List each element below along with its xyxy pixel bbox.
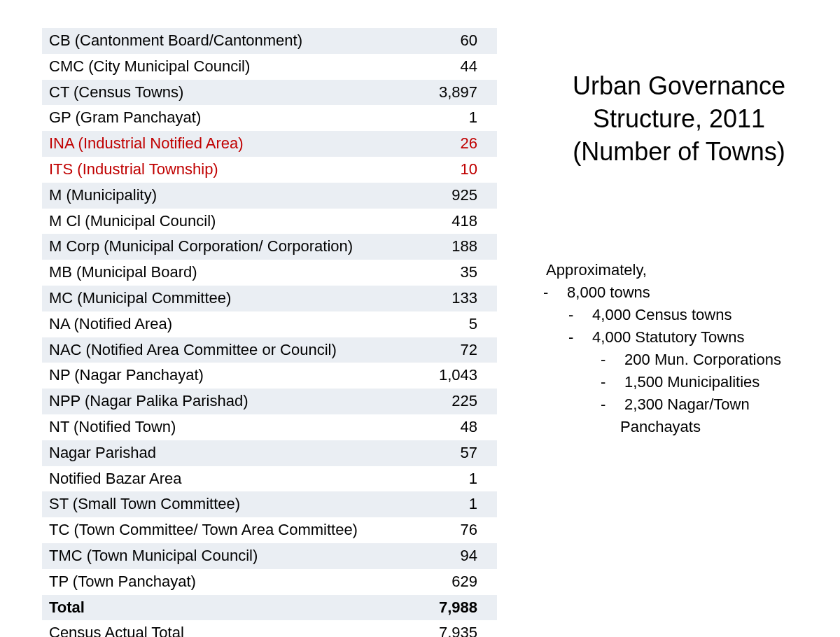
row-value: 1 bbox=[370, 491, 497, 517]
bullet-text: 2,300 Nagar/Town Panchayats bbox=[620, 396, 750, 435]
right-column: Urban Governance Structure, 2011 (Number… bbox=[546, 28, 812, 438]
bullet-dash-icon: - bbox=[610, 393, 620, 416]
row-value: 44 bbox=[370, 54, 497, 80]
total-value: 7,988 bbox=[370, 595, 497, 621]
table-row: MC (Municipal Committee)133 bbox=[42, 286, 497, 312]
table-wrap: CB (Cantonment Board/Cantonment)60CMC (C… bbox=[42, 28, 497, 637]
table-census-row: Census Actual Total7,935 bbox=[42, 620, 497, 637]
content-row: CB (Cantonment Board/Cantonment)60CMC (C… bbox=[42, 28, 812, 637]
row-value: 225 bbox=[370, 388, 497, 414]
row-label: NA (Notified Area) bbox=[42, 312, 370, 337]
bullet-list: - 8,000 towns- 4,000 Census towns- 4,000… bbox=[546, 281, 812, 438]
table-total-row: Total7,988 bbox=[42, 595, 497, 621]
row-value: 76 bbox=[370, 517, 497, 543]
row-label: NPP (Nagar Palika Parishad) bbox=[42, 388, 370, 414]
bullet-item: - 4,000 Statutory Towns bbox=[546, 326, 812, 349]
bullet-text: 8,000 towns bbox=[563, 284, 650, 301]
row-value: 35 bbox=[370, 260, 497, 286]
row-label: MC (Municipal Committee) bbox=[42, 286, 370, 312]
table-row: GP (Gram Panchayat)1 bbox=[42, 105, 497, 131]
row-value: 10 bbox=[370, 157, 497, 183]
row-label: INA (Industrial Notified Area) bbox=[42, 131, 370, 157]
row-label: ITS (Industrial Township) bbox=[42, 157, 370, 183]
row-value: 57 bbox=[370, 440, 497, 466]
table-row: ST (Small Town Committee)1 bbox=[42, 491, 497, 517]
row-label: M Corp (Municipal Corporation/ Corporati… bbox=[42, 234, 370, 260]
table-row: CB (Cantonment Board/Cantonment)60 bbox=[42, 28, 497, 54]
bullet-dash-icon: - bbox=[610, 349, 620, 371]
row-label: M (Municipality) bbox=[42, 183, 370, 209]
bullet-item: - 4,000 Census towns bbox=[546, 304, 812, 326]
table-row: CT (Census Towns)3,897 bbox=[42, 80, 497, 106]
table-row: TMC (Town Municipal Council)94 bbox=[42, 543, 497, 569]
bullet-dash-icon: - bbox=[553, 281, 563, 304]
table-row: M Corp (Municipal Corporation/ Corporati… bbox=[42, 234, 497, 260]
governance-table: CB (Cantonment Board/Cantonment)60CMC (C… bbox=[42, 28, 497, 637]
row-value: 1,043 bbox=[370, 363, 497, 388]
title-line-1: Urban Governance bbox=[573, 71, 785, 100]
row-value: 188 bbox=[370, 234, 497, 260]
row-value: 1 bbox=[370, 105, 497, 131]
bullet-dash-icon: - bbox=[610, 371, 620, 393]
slide: CB (Cantonment Board/Cantonment)60CMC (C… bbox=[0, 0, 840, 637]
row-value: 48 bbox=[370, 414, 497, 440]
table-row: Nagar Parishad57 bbox=[42, 440, 497, 466]
row-value: 629 bbox=[370, 569, 497, 595]
bullet-item: - 200 Mun. Corporations bbox=[546, 349, 812, 371]
summary-bullets: Approximately, - 8,000 towns- 4,000 Cens… bbox=[546, 259, 812, 438]
table-row: NT (Notified Town)48 bbox=[42, 414, 497, 440]
bullet-dash-icon: - bbox=[578, 304, 588, 326]
bullet-dash-icon: - bbox=[578, 326, 588, 349]
table-row: NPP (Nagar Palika Parishad)225 bbox=[42, 388, 497, 414]
row-label: TMC (Town Municipal Council) bbox=[42, 543, 370, 569]
table-row: INA (Industrial Notified Area)26 bbox=[42, 131, 497, 157]
row-label: TC (Town Committee/ Town Area Committee) bbox=[42, 517, 370, 543]
bullet-item: - 8,000 towns bbox=[546, 281, 812, 304]
total-label: Total bbox=[42, 595, 370, 621]
row-value: 925 bbox=[370, 183, 497, 209]
row-value: 418 bbox=[370, 209, 497, 234]
row-value: 5 bbox=[370, 312, 497, 337]
bullet-text: 200 Mun. Corporations bbox=[620, 351, 781, 368]
row-value: 26 bbox=[370, 131, 497, 157]
row-label: TP (Town Panchayat) bbox=[42, 569, 370, 595]
row-label: CB (Cantonment Board/Cantonment) bbox=[42, 28, 370, 54]
table-row: NP (Nagar Panchayat)1,043 bbox=[42, 363, 497, 388]
census-label: Census Actual Total bbox=[42, 620, 370, 637]
row-value: 1 bbox=[370, 466, 497, 492]
title-line-2: Structure, 2011 bbox=[593, 104, 765, 133]
title-line-3: (Number of Towns) bbox=[573, 137, 785, 166]
row-label: CT (Census Towns) bbox=[42, 80, 370, 106]
table-row: NA (Notified Area)5 bbox=[42, 312, 497, 337]
row-value: 133 bbox=[370, 286, 497, 312]
row-label: MB (Municipal Board) bbox=[42, 260, 370, 286]
bullet-item: - 2,300 Nagar/Town Panchayats bbox=[546, 393, 812, 438]
row-value: 60 bbox=[370, 28, 497, 54]
row-label: CMC (City Municipal Council) bbox=[42, 54, 370, 80]
row-label: NT (Notified Town) bbox=[42, 414, 370, 440]
row-label: Nagar Parishad bbox=[42, 440, 370, 466]
row-label: M Cl (Municipal Council) bbox=[42, 209, 370, 234]
bullets-intro: Approximately, bbox=[546, 259, 812, 281]
row-label: GP (Gram Panchayat) bbox=[42, 105, 370, 131]
bullet-text: 4,000 Census towns bbox=[588, 306, 732, 323]
row-label: NAC (Notified Area Committee or Council) bbox=[42, 337, 370, 363]
row-value: 94 bbox=[370, 543, 497, 569]
table-row: CMC (City Municipal Council)44 bbox=[42, 54, 497, 80]
table-row: M Cl (Municipal Council)418 bbox=[42, 209, 497, 234]
table-row: NAC (Notified Area Committee or Council)… bbox=[42, 337, 497, 363]
row-label: Notified Bazar Area bbox=[42, 466, 370, 492]
bullet-text: 1,500 Municipalities bbox=[620, 373, 760, 391]
census-value: 7,935 bbox=[370, 620, 497, 637]
row-label: NP (Nagar Panchayat) bbox=[42, 363, 370, 388]
row-label: ST (Small Town Committee) bbox=[42, 491, 370, 517]
table-row: Notified Bazar Area1 bbox=[42, 466, 497, 492]
table-row: MB (Municipal Board)35 bbox=[42, 260, 497, 286]
table-row: ITS (Industrial Township)10 bbox=[42, 157, 497, 183]
table-row: TC (Town Committee/ Town Area Committee)… bbox=[42, 517, 497, 543]
row-value: 3,897 bbox=[370, 80, 497, 106]
table-row: M (Municipality)925 bbox=[42, 183, 497, 209]
slide-title: Urban Governance Structure, 2011 (Number… bbox=[546, 70, 812, 168]
row-value: 72 bbox=[370, 337, 497, 363]
table-row: TP (Town Panchayat)629 bbox=[42, 569, 497, 595]
